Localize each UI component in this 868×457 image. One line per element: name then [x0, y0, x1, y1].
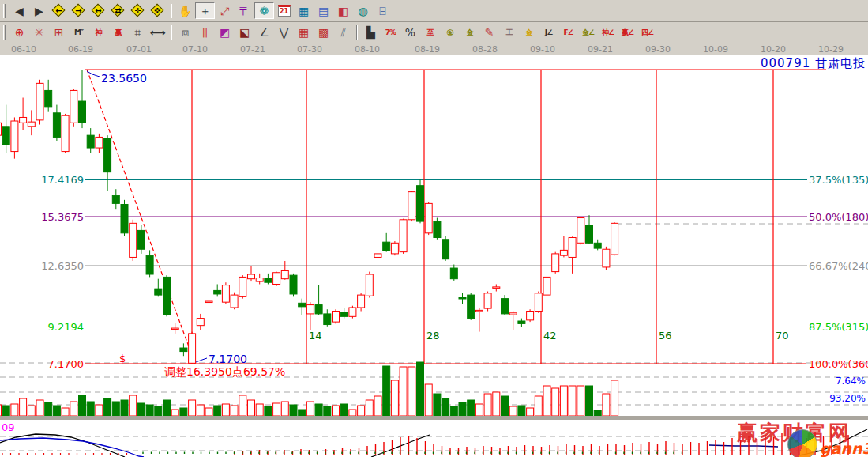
calculator-icon[interactable]: ▦ — [294, 2, 314, 19]
gold-circle-icon[interactable]: ㊎ — [440, 25, 460, 41]
volume-bar — [290, 405, 297, 416]
volume-bar — [569, 386, 576, 416]
compass-tool-icon[interactable]: ⊕ — [9, 25, 29, 41]
print-icon[interactable]: ⌸ — [373, 2, 393, 19]
forward-arrow-icon[interactable]: ▶ — [29, 2, 49, 19]
candle-body — [79, 101, 86, 123]
candle-body — [417, 186, 424, 221]
gann-chart-application: ◀▶←→↔⇄✛✜✋＋⤢〒❁21▦▤◧◍⌸ ⊕✳⊞Ϻ″神赢⌗⟷⧈⫼◩⬕∠⋁▦▩⫽▙… — [0, 0, 868, 457]
fan-box-icon[interactable]: ◩ — [215, 25, 235, 41]
bar-scale-icon[interactable]: ▙ — [361, 25, 381, 41]
crosshair-tool-icon[interactable]: ＋ — [195, 2, 215, 19]
si-angle-icon[interactable]: 四∠ — [637, 25, 657, 41]
gann-diamond-hcompress-icon[interactable]: ⇄ — [108, 2, 128, 19]
starburst-tool-icon[interactable]: ✳ — [29, 25, 49, 41]
calendar-icon[interactable]: 21 — [274, 2, 294, 19]
chart-canvas[interactable]: 17.416937.5%(135)15.367550.0%(180)12.635… — [0, 55, 868, 457]
levels-red-icon[interactable]: 至 — [420, 25, 440, 41]
diamond-arrow-glyph: ← — [55, 7, 62, 15]
volume-bar — [543, 386, 550, 416]
volume-bar — [425, 384, 432, 416]
gann-diamond-left-icon[interactable]: ← — [49, 2, 69, 19]
volume-bar — [256, 404, 263, 416]
zigzag-icon[interactable]: ⋁ — [274, 25, 294, 41]
notepad-icon[interactable]: ▤ — [314, 2, 333, 19]
gold-angle-icon[interactable]: 金∠ — [578, 25, 598, 41]
candlestick-chart[interactable]: 17.416937.5%(135)15.367550.0%(180)12.635… — [0, 55, 868, 457]
gann-diamond-right-icon[interactable]: → — [69, 2, 88, 19]
text-note-tool-icon[interactable]: 〒 — [235, 2, 254, 19]
candle-body — [552, 254, 559, 272]
ying-angle-icon[interactable]: 赢∠ — [618, 25, 637, 41]
fan-lines-icon[interactable]: ⫼ — [195, 25, 215, 41]
candle-body — [594, 243, 601, 248]
macd-navy-right — [709, 445, 778, 447]
width-measure-icon[interactable]: ⟷ — [148, 25, 167, 41]
ying-tool-icon[interactable]: 赢 — [108, 25, 128, 41]
shen-angle-icon[interactable]: 神∠ — [598, 25, 618, 41]
toolbar-grip[interactable] — [3, 25, 6, 40]
angle-rays-icon[interactable]: ∠ — [254, 25, 274, 41]
shen-tool-icon[interactable]: 神 — [88, 25, 108, 41]
date-label: 08-19 — [415, 44, 440, 55]
volume-bar — [586, 386, 593, 416]
trendline-tool-icon[interactable]: ⤢ — [215, 2, 235, 19]
j-angle-icon[interactable]: J∠ — [539, 25, 558, 41]
box-handles-icon[interactable]: ⧈ — [175, 25, 195, 41]
volume-bar — [383, 366, 390, 416]
measure-marks-icon[interactable]: Ϻ″ — [69, 25, 88, 41]
candle-body — [155, 289, 162, 295]
volume-bar — [535, 396, 542, 416]
volume-bar — [163, 400, 171, 416]
gann-diamond-hexpand-icon[interactable]: ↔ — [88, 2, 108, 19]
volume-bar — [205, 408, 212, 416]
hand-tool-icon[interactable]: ✋ — [175, 2, 195, 19]
level-bars-icon[interactable]: 工 — [499, 25, 519, 41]
f-angle-icon[interactable]: F∠ — [558, 25, 578, 41]
candle-body — [205, 301, 212, 303]
brush-tool-icon[interactable]: ✎ — [479, 25, 499, 41]
volume-bar — [96, 405, 103, 416]
grid-target-tool-icon[interactable]: ⊞ — [49, 25, 69, 41]
diamond-arrow-glyph: ↔ — [95, 7, 101, 15]
fan-box-filled-icon[interactable]: ⬕ — [235, 25, 254, 41]
candle-body — [137, 230, 145, 249]
gann-diamond-expand-icon[interactable]: ✛ — [128, 2, 148, 19]
back-arrow-icon[interactable]: ◀ — [9, 2, 29, 19]
toolbar-main: ◀▶←→↔⇄✛✜✋＋⤢〒❁21▦▤◧◍⌸ — [0, 0, 868, 22]
grid-dense-icon[interactable]: ▦ — [294, 25, 314, 41]
volume-bar — [231, 406, 238, 416]
gann-brain-icon[interactable]: ❁ — [254, 2, 274, 19]
date-axis[interactable]: 06-1006-1907-0107-1007-2107-3008-1008-19… — [0, 43, 868, 55]
toolbar-grip[interactable] — [3, 4, 6, 18]
volume-bar — [434, 394, 441, 416]
level-percent-label: 50.0%(180) — [809, 211, 868, 223]
level-percent-label: 100.0%(360) — [809, 358, 868, 370]
gold-level-icon[interactable]: 金 — [519, 25, 539, 41]
candle-body — [96, 137, 103, 148]
candle-body — [577, 218, 584, 244]
ruler-123-icon[interactable]: ⌗ — [128, 25, 148, 41]
parallel-lines-icon[interactable]: ⫽ — [333, 25, 353, 41]
volume-bar — [358, 406, 365, 416]
gann-diamond-center-icon[interactable]: ✜ — [148, 2, 167, 19]
candle-body — [611, 223, 618, 255]
toolbar-drawing-tools: ⊕✳⊞Ϻ″神赢⌗⟷⧈⫼◩⬕∠⋁▦▩⫽▙7%%至㊎金✎工金J∠F∠金∠神∠赢∠四∠ — [0, 22, 868, 43]
volume-bar — [79, 395, 86, 416]
candle-body — [484, 293, 491, 308]
save-icon[interactable]: ◧ — [333, 2, 353, 19]
grid-arrow-icon[interactable]: ▩ — [314, 25, 333, 41]
volume-bar — [552, 388, 559, 416]
percent-icon[interactable]: % — [400, 25, 420, 41]
volume-bar — [502, 396, 509, 416]
candle-body — [87, 135, 94, 148]
candle-body — [256, 278, 263, 282]
volume-bar — [265, 406, 272, 416]
volume-bar — [442, 398, 449, 416]
volume-bar — [594, 410, 601, 416]
percent-seven-icon[interactable]: 7% — [381, 25, 400, 41]
candle-body — [0, 123, 2, 135]
gold-lines-icon[interactable]: 金 — [460, 25, 479, 41]
volume-bar — [468, 400, 475, 416]
export-icon[interactable]: ◍ — [353, 2, 373, 19]
